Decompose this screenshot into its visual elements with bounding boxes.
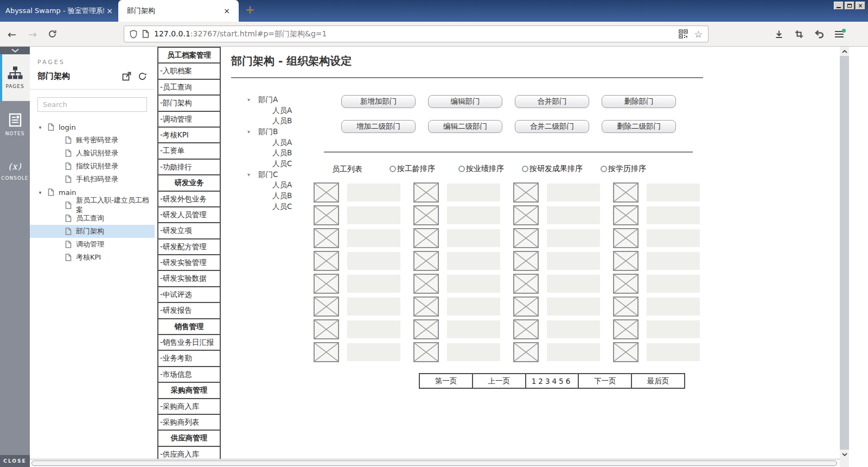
image-placeholder[interactable] [314,319,339,339]
menu-item[interactable]: -研发人员管理 [158,207,220,223]
image-placeholder[interactable] [513,296,539,317]
image-placeholder[interactable] [513,228,539,248]
image-placeholder[interactable] [613,274,639,294]
tree-page-item[interactable]: 指纹识别登录 [30,160,155,173]
new-tab-button[interactable]: + [245,3,255,16]
export-page-icon[interactable] [122,72,131,81]
scroll-up-arrow[interactable] [840,47,849,56]
wireframe-button-编辑二级部门[interactable]: 编辑二级部门 [428,120,502,133]
member-node[interactable]: 人员B [247,191,292,201]
image-placeholder[interactable] [513,274,539,294]
window-close-button[interactable]: × [856,2,865,10]
image-placeholder[interactable] [613,251,639,271]
tree-page-item[interactable]: 调动管理 [30,238,155,251]
dept-node-部门C[interactable]: ▾部门C [247,169,292,180]
menu-item[interactable]: -工资单 [158,143,220,159]
image-placeholder[interactable] [613,205,639,225]
wireframe-button-删除部门[interactable]: 删除部门 [602,95,676,108]
radio-button[interactable] [601,166,607,172]
tree-page-item[interactable]: 账号密码登录 [30,134,155,147]
image-placeholder[interactable] [413,342,439,362]
menu-item[interactable]: -调动管理 [158,112,220,128]
pagination-上一页[interactable]: 上一页 [472,374,525,388]
window-restore-button[interactable] [845,2,854,10]
menu-item[interactable]: -研发实验数据 [158,271,220,287]
member-node[interactable]: 人员A [247,137,292,148]
sort-option-按学历排序[interactable]: 按学历排序 [601,164,646,174]
tree-page-item[interactable]: 新员工入职-建立员工档案 [30,199,155,212]
member-node[interactable]: 人员A [247,180,292,191]
member-node[interactable]: 人员C [247,201,292,212]
image-placeholder[interactable] [314,342,339,362]
tree-page-item[interactable]: 手机扫码登录 [30,173,155,186]
horizontal-scrollbar-thumb[interactable] [31,460,837,466]
pagination-下一页[interactable]: 下一页 [578,374,631,388]
tab-lims[interactable]: Abyssal Swamp - 验室管理系统.LIMS × [0,0,118,22]
pagination-numbers[interactable]: 123456 [525,374,578,388]
caret-down-icon[interactable]: ▾ [247,172,253,178]
window-minimize-button[interactable] [834,2,844,10]
radio-button[interactable] [390,166,396,172]
tab-department-structure[interactable]: 部门架构 × [118,0,239,22]
image-placeholder[interactable] [613,182,639,203]
sort-option-按工龄排序[interactable]: 按工龄排序 [390,164,435,174]
menu-item[interactable]: -研发配方管理 [158,239,220,255]
wireframe-button-合并二级部门[interactable]: 合并二级部门 [515,120,589,133]
image-placeholder[interactable] [513,205,539,225]
menu-item[interactable]: -采购商入库 [158,399,220,415]
menu-item[interactable]: -采购商列表 [158,415,220,431]
wireframe-button-新增加部门[interactable]: 新增加部门 [341,95,416,108]
image-placeholder[interactable] [314,251,339,271]
wireframe-button-合并部门[interactable]: 合并部门 [515,95,589,108]
menu-item[interactable]: -考核KPI [158,128,220,143]
menu-item[interactable]: -入职档案 [158,64,220,79]
sidebar-close-button[interactable]: CLOSE [0,455,30,467]
sidebar-item-pages[interactable]: PAGES [0,54,30,101]
dept-node-部门A[interactable]: ▾部门A [247,94,292,105]
menu-item[interactable]: -销售业务日汇报 [158,335,220,351]
caret-down-icon[interactable]: ▾ [247,129,253,135]
image-placeholder[interactable] [314,296,339,317]
image-placeholder[interactable] [513,319,539,339]
menu-item[interactable]: -研发报告 [158,303,220,319]
download-icon[interactable] [773,29,786,39]
tree-page-item[interactable]: 人脸识别登录 [30,147,155,160]
url-bar[interactable]: 127.0.0.1:32767/start.html#p=部门架构&g=1 ☆ [124,26,709,42]
menu-item[interactable]: -业务考勤 [158,351,220,367]
image-placeholder[interactable] [413,296,439,317]
caret-down-icon[interactable]: ▾ [37,190,43,195]
forward-button[interactable]: → [28,22,37,46]
image-placeholder[interactable] [613,342,639,362]
refresh-page-icon[interactable] [138,72,147,81]
scroll-down-arrow[interactable] [840,450,849,459]
caret-down-icon[interactable]: ▾ [37,124,43,130]
image-placeholder[interactable] [413,319,439,339]
image-placeholder[interactable] [413,228,439,248]
image-placeholder[interactable] [613,296,639,317]
search-input[interactable] [37,97,147,112]
wireframe-button-编辑部门[interactable]: 编辑部门 [428,95,502,108]
reload-button[interactable] [48,22,57,46]
image-placeholder[interactable] [314,205,339,225]
sidebar-item-console[interactable]: (x) CONSOLE [0,148,30,194]
wireframe-button-增加二级部门[interactable]: 增加二级部门 [341,120,416,133]
image-placeholder[interactable] [513,342,539,362]
menu-item[interactable]: -员工查询 [158,80,220,96]
radio-button[interactable] [458,166,465,172]
menu-hamburger-icon[interactable] [833,31,846,37]
menu-item[interactable]: -部门架构 [158,96,220,111]
menu-item[interactable]: -功勋排行 [158,160,220,175]
menu-item[interactable]: -研发外包业务 [158,192,220,207]
sort-option-按业绩排序[interactable]: 按业绩排序 [458,164,504,174]
radio-button[interactable] [522,166,528,172]
wireframe-button-删除二级部门[interactable]: 删除二级部门 [602,120,676,133]
image-placeholder[interactable] [314,228,339,248]
image-placeholder[interactable] [314,182,339,203]
screenshot-crop-icon[interactable] [793,29,806,39]
menu-item[interactable]: -供应商入库 [158,447,220,459]
image-placeholder[interactable] [613,319,639,339]
pagination-最后页[interactable]: 最后页 [631,374,684,388]
member-node[interactable]: 人员C [247,159,292,169]
dept-node-部门B[interactable]: ▾部门B [247,127,292,137]
image-placeholder[interactable] [413,182,439,203]
